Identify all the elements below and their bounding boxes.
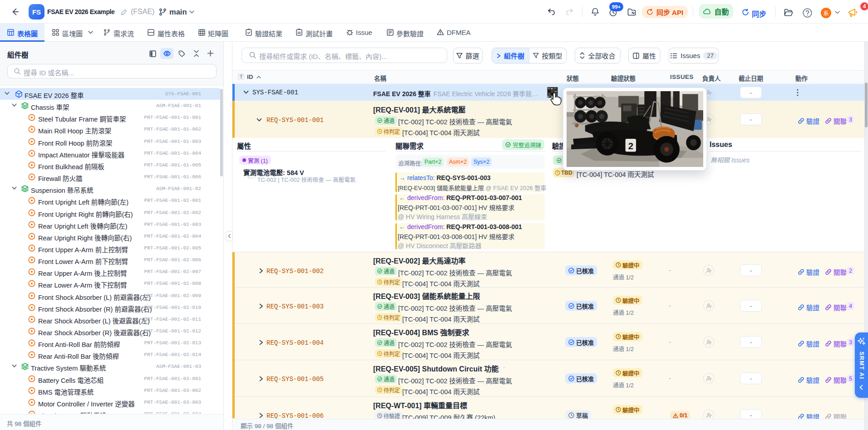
svg-text:2: 2 — [628, 141, 633, 151]
